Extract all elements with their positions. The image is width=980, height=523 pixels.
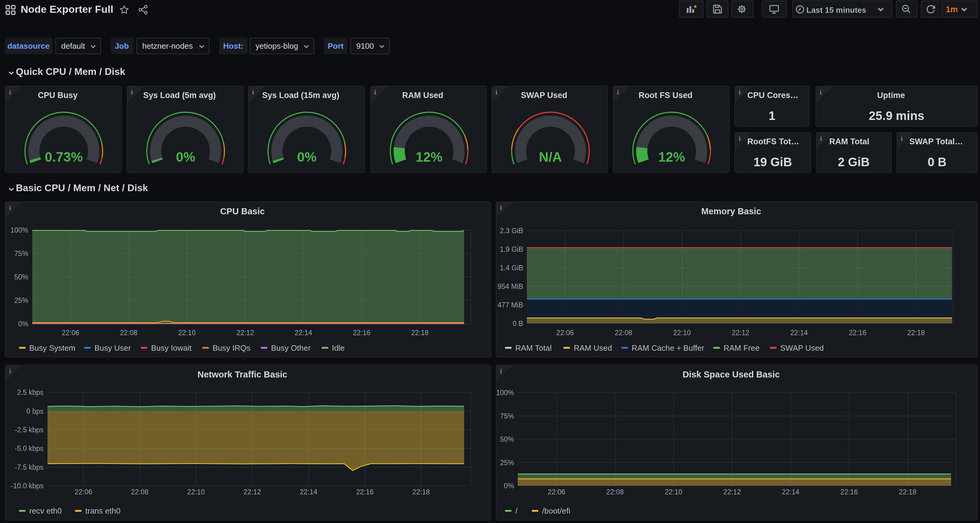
svg-text:22:12: 22:12 [723,488,741,496]
svg-text:0 bps: 0 bps [27,407,43,415]
svg-text:-5.0 kbps: -5.0 kbps [14,444,43,452]
svg-text:Busy Other: Busy Other [271,343,311,352]
svg-text:0 B: 0 B [512,320,523,327]
svg-text:75%: 75% [14,249,28,257]
svg-text:22:18: 22:18 [899,488,916,496]
svg-text:0%: 0% [297,149,317,164]
svg-text:/: / [515,506,518,515]
svg-text:22:14: 22:14 [295,329,312,337]
svg-text:22:08: 22:08 [120,329,138,337]
svg-text:1.4 GiB: 1.4 GiB [500,264,523,272]
svg-text:1.9 GiB: 1.9 GiB [500,245,523,253]
svg-text:22:14: 22:14 [790,329,808,337]
svg-text:-7.5 kbps: -7.5 kbps [14,463,43,471]
svg-text:25%: 25% [14,296,28,304]
svg-text:22:18: 22:18 [411,329,429,337]
svg-text:trans eth0: trans eth0 [85,506,121,515]
svg-text:100%: 100% [10,226,28,234]
svg-text:22:18: 22:18 [412,488,430,496]
svg-text:75%: 75% [500,412,514,420]
svg-text:22:10: 22:10 [673,329,691,337]
svg-text:Idle: Idle [332,343,345,352]
svg-text:22:06: 22:06 [75,488,92,496]
svg-text:22:08: 22:08 [131,488,149,496]
svg-text:Busy System: Busy System [29,343,76,352]
svg-text:25%: 25% [500,458,514,466]
svg-text:22:10: 22:10 [187,488,205,496]
svg-text:477 MiB: 477 MiB [498,301,523,309]
svg-text:recv eth0: recv eth0 [29,506,62,515]
svg-text:954 MiB: 954 MiB [498,282,523,290]
svg-text:SWAP Used: SWAP Used [780,343,824,352]
svg-text:Busy IRQs: Busy IRQs [213,343,250,352]
svg-text:Busy Iowait: Busy Iowait [151,343,192,352]
svg-text:22:12: 22:12 [236,329,254,337]
svg-text:100%: 100% [496,388,514,396]
svg-text:22:10: 22:10 [665,488,682,496]
svg-text:RAM Total: RAM Total [515,343,552,352]
svg-text:22:16: 22:16 [356,488,374,496]
svg-text:RAM Free: RAM Free [724,343,759,352]
svg-text:22:16: 22:16 [353,329,371,337]
svg-text:0%: 0% [18,320,28,327]
svg-text:12%: 12% [415,149,442,164]
svg-text:22:06: 22:06 [557,329,574,337]
svg-text:0%: 0% [504,482,514,490]
svg-text:22:12: 22:12 [732,329,749,337]
svg-text:N/A: N/A [539,149,562,164]
svg-text:22:12: 22:12 [243,488,261,496]
svg-text:2.5 kbps: 2.5 kbps [17,388,43,396]
svg-text:-10.0 kbps: -10.0 kbps [11,482,43,490]
svg-text:RAM Cache + Buffer: RAM Cache + Buffer [632,343,705,352]
svg-text:2.3 GiB: 2.3 GiB [500,226,523,234]
svg-text:50%: 50% [500,435,514,443]
svg-text:22:06: 22:06 [62,329,80,337]
svg-text:22:18: 22:18 [907,329,925,337]
svg-text:RAM Used: RAM Used [574,343,612,352]
svg-text:22:06: 22:06 [548,488,566,496]
svg-text:50%: 50% [14,273,28,281]
svg-text:22:08: 22:08 [615,329,633,337]
svg-text:22:16: 22:16 [849,329,866,337]
svg-text:Busy User: Busy User [94,343,131,352]
svg-text:-2.5 kbps: -2.5 kbps [14,426,43,434]
svg-text:12%: 12% [658,149,685,164]
svg-text:0%: 0% [176,149,196,164]
svg-text:22:08: 22:08 [606,488,624,496]
svg-text:22:16: 22:16 [840,488,858,496]
svg-text:22:14: 22:14 [300,488,317,496]
svg-text:/boot/efi: /boot/efi [542,506,570,515]
svg-text:22:14: 22:14 [782,488,799,496]
svg-text:22:10: 22:10 [178,329,196,337]
svg-text:0.73%: 0.73% [45,149,83,164]
